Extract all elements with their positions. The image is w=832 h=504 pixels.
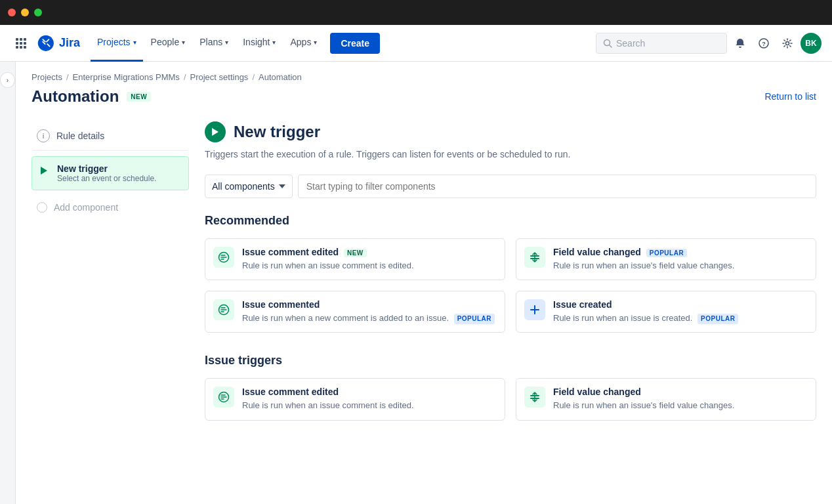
recommended-grid: Issue comment edited NEW Rule is run whe…: [205, 238, 816, 333]
trigger-card-title: Field value changed POPULAR: [553, 247, 734, 257]
chevron-down-icon: ▾: [133, 39, 136, 46]
svg-point-13: [786, 41, 789, 45]
popular-badge: POPULAR: [697, 314, 738, 324]
title-bar: [0, 0, 832, 25]
comment-icon: [213, 299, 234, 320]
breadcrumb-enterprise[interactable]: Enterprise Migrations PMMs: [73, 72, 180, 82]
breadcrumb-sep: /: [184, 72, 186, 82]
new-badge: NEW: [127, 92, 151, 102]
svg-rect-0: [16, 38, 18, 41]
create-button[interactable]: Create: [330, 33, 380, 54]
trigger-card-issue-created[interactable]: Issue created Rule is run when an issue …: [516, 291, 816, 333]
nav-item-people[interactable]: People ▾: [144, 25, 192, 62]
top-nav: Jira Projects ▾ People ▾ Plans ▾ Insight…: [0, 25, 832, 62]
issue-triggers-section: Issue triggers Issue comment: [205, 354, 816, 420]
recommended-title: Recommended: [205, 214, 816, 228]
trigger-subtitle: Select an event or schedule.: [57, 174, 156, 183]
search-input[interactable]: [616, 38, 708, 49]
rule-details-label: Rule details: [56, 131, 104, 141]
all-components-dropdown[interactable]: All components: [205, 175, 293, 198]
trigger-card-body: Issue created Rule is run when an issue …: [553, 299, 738, 324]
notifications-button[interactable]: [730, 33, 751, 54]
trigger-card-body: Field value changed POPULAR Rule is run …: [553, 247, 734, 272]
breadcrumb-sep: /: [66, 72, 69, 82]
trigger-card-issue-comment-edited[interactable]: Issue comment edited NEW Rule is run whe…: [205, 238, 505, 280]
popular-badge: POPULAR: [454, 314, 495, 324]
nav-items: Projects ▾ People ▾ Plans ▾ Insight ▾ Ap…: [91, 25, 593, 62]
logo[interactable]: Jira: [37, 34, 80, 52]
nav-right: ? BK: [596, 33, 822, 54]
trigger-card-desc: Rule is run when an issue comment is edi…: [242, 400, 414, 411]
add-component[interactable]: Add component: [31, 196, 189, 219]
trigger-card-field-value-changed-2[interactable]: Field value changed Rule is run when an …: [516, 378, 816, 420]
trigger-description: Triggers start the execution of a rule. …: [205, 148, 816, 161]
avatar[interactable]: BK: [801, 33, 822, 54]
svg-rect-5: [24, 42, 26, 45]
trigger-card-body: Field value changed Rule is run when an …: [553, 387, 734, 411]
issue-triggers-grid: Issue comment edited Rule is run when an…: [205, 378, 816, 420]
page-title: Automation: [31, 87, 119, 106]
trigger-heading: New trigger: [234, 123, 320, 141]
trigger-card-desc: Rule is run when an issue comment is edi…: [242, 260, 414, 272]
trigger-card-issue-commented[interactable]: Issue commented Rule is run when a new c…: [205, 291, 505, 333]
trigger-card-field-value-changed[interactable]: Field value changed POPULAR Rule is run …: [516, 238, 816, 280]
plus-icon: [524, 299, 545, 320]
trigger-card-title: Issue comment edited: [242, 387, 414, 397]
minimize-dot[interactable]: [21, 9, 29, 16]
comment-icon: [213, 247, 234, 268]
app-layout: › Projects / Enterprise Migrations PMMs …: [0, 62, 832, 504]
svg-rect-1: [20, 38, 22, 41]
content-columns: i Rule details New trigger Select an eve…: [31, 121, 816, 442]
trigger-play-big-icon: [205, 121, 226, 142]
rule-details-item[interactable]: i Rule details: [31, 121, 189, 151]
comment-icon: [213, 387, 234, 408]
nav-item-plans[interactable]: Plans ▾: [193, 25, 235, 62]
main-content: Projects / Enterprise Migrations PMMs / …: [16, 62, 832, 504]
maximize-dot[interactable]: [34, 9, 42, 16]
svg-line-10: [610, 45, 612, 47]
close-dot[interactable]: [8, 9, 16, 16]
recommended-section: Recommended: [205, 214, 816, 333]
popular-badge: POPULAR: [646, 249, 687, 257]
trigger-card-title: Field value changed: [553, 387, 734, 397]
breadcrumb: Projects / Enterprise Migrations PMMs / …: [31, 62, 816, 87]
search-icon: [603, 39, 612, 48]
trigger-card-body: Issue comment edited Rule is run when an…: [242, 387, 414, 411]
trigger-card-desc: Rule is run when an issue's field value …: [553, 260, 734, 272]
chevron-down-icon: ▾: [225, 39, 228, 46]
trigger-item[interactable]: New trigger Select an event or schedule.: [31, 156, 189, 190]
trigger-card-desc: Rule is run when an issue's field value …: [553, 400, 734, 411]
filter-components-input[interactable]: [298, 175, 816, 198]
trigger-card-body: Issue comment edited NEW Rule is run whe…: [242, 247, 414, 272]
svg-rect-3: [16, 42, 18, 45]
breadcrumb-projects[interactable]: Projects: [31, 72, 62, 82]
svg-text:?: ?: [762, 41, 766, 47]
settings-button[interactable]: [777, 33, 798, 54]
page-title-row: Automation NEW: [31, 87, 151, 106]
chevron-down-icon: ▾: [182, 39, 185, 46]
svg-rect-7: [20, 46, 22, 49]
chevron-down-icon: ▾: [272, 39, 276, 46]
help-button[interactable]: ?: [753, 33, 774, 54]
svg-rect-2: [24, 38, 26, 41]
trigger-card-issue-comment-edited-2[interactable]: Issue comment edited Rule is run when an…: [205, 378, 505, 420]
trigger-card-desc: Rule is run when an issue is created. PO…: [553, 312, 738, 324]
filter-row: All components: [205, 175, 816, 198]
grid-icon[interactable]: [10, 33, 31, 54]
trigger-card-title: Issue comment edited NEW: [242, 247, 414, 257]
breadcrumb-project-settings[interactable]: Project settings: [190, 72, 249, 82]
breadcrumb-sep: /: [252, 72, 255, 82]
issue-triggers-title: Issue triggers: [205, 354, 816, 368]
trigger-header: New trigger: [205, 121, 816, 142]
return-to-list-link[interactable]: Return to list: [764, 91, 816, 102]
search-bar[interactable]: [596, 33, 727, 54]
left-panel: i Rule details New trigger Select an eve…: [31, 121, 189, 442]
nav-item-insight[interactable]: Insight ▾: [236, 25, 282, 62]
nav-item-projects[interactable]: Projects ▾: [91, 25, 143, 62]
svg-rect-4: [20, 42, 22, 45]
trigger-card-desc: Rule is run when a new comment is added …: [242, 312, 495, 324]
nav-item-apps[interactable]: Apps ▾: [283, 25, 323, 62]
page-header: Automation NEW Return to list: [31, 87, 816, 106]
sidebar-toggle-button[interactable]: ›: [0, 72, 15, 88]
trigger-title: New trigger: [57, 163, 156, 174]
